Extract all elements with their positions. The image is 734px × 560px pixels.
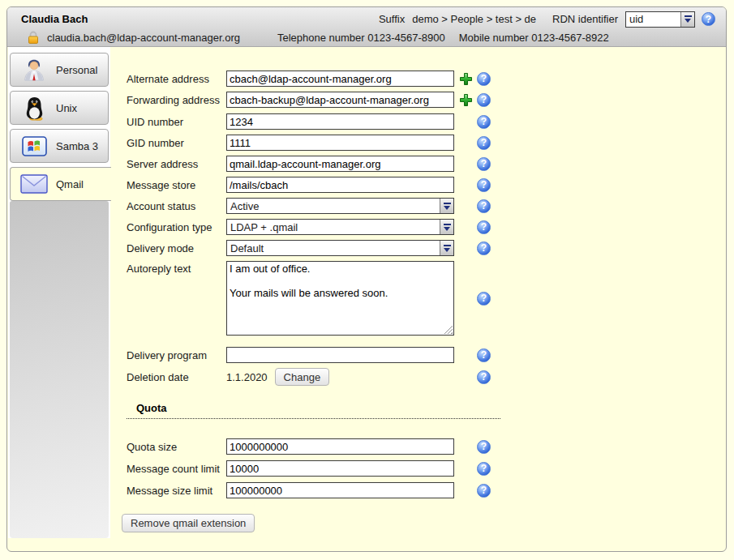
account-email: claudia.bach@ldap-account-manager.org bbox=[47, 32, 240, 44]
field-label: Forwarding address bbox=[127, 94, 226, 106]
module-tab-sidebar: Personal Unix bbox=[8, 47, 110, 538]
chevron-down-icon[interactable] bbox=[440, 199, 453, 213]
autoreply-textarea[interactable]: I am out of office. Your mails will be a… bbox=[226, 261, 454, 336]
form-row-quota-size: Quota size bbox=[127, 438, 500, 455]
tab-label: Samba 3 bbox=[56, 140, 98, 152]
change-button[interactable]: Change bbox=[275, 368, 330, 386]
quota-section-title: Quota bbox=[127, 391, 500, 419]
form-row-delivery-program: Delivery program bbox=[127, 347, 500, 363]
tab-label: Qmail bbox=[56, 178, 84, 190]
server-address-input[interactable] bbox=[226, 156, 454, 172]
suffix-breadcrumb: demo > People > test > de bbox=[412, 13, 536, 25]
page-title: Claudia Bach bbox=[21, 13, 88, 25]
help-icon[interactable] bbox=[477, 178, 491, 192]
help-icon[interactable] bbox=[477, 292, 491, 306]
field-label: Delivery mode bbox=[127, 242, 226, 254]
form-row-server-address: Server address bbox=[127, 156, 500, 172]
delivery-program-input[interactable] bbox=[226, 347, 454, 363]
plus-icon bbox=[459, 72, 473, 86]
tab-label: Personal bbox=[56, 64, 97, 76]
field-label: Message store bbox=[127, 179, 226, 191]
account-status-value: Active bbox=[227, 200, 440, 212]
form-row-account-status: Account status Active bbox=[127, 198, 500, 214]
help-icon[interactable] bbox=[477, 484, 491, 498]
help-icon[interactable] bbox=[477, 136, 491, 150]
mobile-number: Mobile number 0123-4567-8922 bbox=[459, 32, 609, 44]
gid-number-input[interactable] bbox=[226, 135, 454, 151]
form-row-message-store: Message store bbox=[127, 177, 500, 193]
lock-icon bbox=[27, 30, 40, 45]
header-bar: Claudia Bach Suffix demo > People > test… bbox=[7, 7, 726, 47]
help-icon[interactable] bbox=[477, 220, 491, 234]
form-row-gid-number: GID number bbox=[127, 135, 500, 151]
configuration-type-value: LDAP + .qmail bbox=[227, 221, 440, 233]
form-row-deletion-date: Deletion date 1.1.2020 Change bbox=[127, 368, 500, 386]
envelope-icon bbox=[19, 174, 49, 194]
field-label: GID number bbox=[127, 137, 226, 149]
alternate-address-input[interactable] bbox=[226, 71, 454, 87]
form-row-message-count-limit: Message count limit bbox=[127, 460, 500, 477]
field-label: Alternate address bbox=[127, 73, 226, 85]
qmail-form: Alternate address Forwarding address UID… bbox=[127, 71, 500, 532]
delivery-mode-value: Default bbox=[227, 242, 440, 254]
tux-icon bbox=[19, 96, 49, 121]
form-row-alternate-address: Alternate address bbox=[127, 71, 500, 87]
form-row-message-size-limit: Message size limit bbox=[127, 482, 500, 498]
tab-unix[interactable]: Unix bbox=[10, 91, 109, 125]
chevron-down-icon[interactable] bbox=[440, 241, 453, 255]
suffix-label: Suffix bbox=[379, 13, 405, 25]
form-row-uid-number: UID number bbox=[127, 113, 500, 130]
help-icon[interactable] bbox=[477, 157, 491, 171]
form-row-forwarding-address: Forwarding address bbox=[127, 92, 500, 108]
configuration-type-select[interactable]: LDAP + .qmail bbox=[226, 219, 454, 235]
tab-personal[interactable]: Personal bbox=[10, 53, 109, 87]
help-icon[interactable] bbox=[477, 93, 491, 107]
deletion-date-value: 1.1.2020 bbox=[226, 371, 268, 383]
message-store-input[interactable] bbox=[226, 177, 454, 193]
delivery-mode-select[interactable]: Default bbox=[226, 240, 454, 256]
add-forwarding-address-button[interactable] bbox=[454, 93, 477, 107]
field-label: Message count limit bbox=[127, 463, 226, 475]
help-icon[interactable] bbox=[477, 440, 491, 454]
field-label: Deletion date bbox=[127, 371, 226, 383]
message-size-limit-input[interactable] bbox=[226, 482, 454, 498]
forwarding-address-input[interactable] bbox=[226, 92, 454, 108]
rdn-identifier-select[interactable]: uid bbox=[625, 11, 695, 28]
plus-icon bbox=[459, 93, 473, 107]
help-icon[interactable] bbox=[477, 348, 491, 362]
tab-samba3[interactable]: Samba 3 bbox=[10, 129, 109, 163]
add-alternate-address-button[interactable] bbox=[454, 72, 477, 86]
form-row-delivery-mode: Delivery mode Default bbox=[127, 240, 500, 256]
uid-number-input[interactable] bbox=[226, 113, 454, 130]
help-icon[interactable] bbox=[477, 199, 491, 213]
help-icon[interactable] bbox=[477, 115, 491, 129]
help-icon[interactable] bbox=[477, 370, 491, 384]
account-editor-window: Claudia Bach Suffix demo > People > test… bbox=[6, 6, 727, 552]
field-label: Message size limit bbox=[127, 485, 226, 497]
help-icon[interactable] bbox=[477, 72, 491, 86]
account-status-select[interactable]: Active bbox=[226, 198, 454, 214]
person-icon bbox=[19, 58, 49, 82]
quota-size-input[interactable] bbox=[226, 438, 454, 455]
windows-icon bbox=[19, 136, 49, 156]
form-row-configuration-type: Configuration type LDAP + .qmail bbox=[127, 219, 500, 235]
chevron-down-icon[interactable] bbox=[440, 220, 453, 234]
help-icon[interactable] bbox=[477, 242, 491, 255]
chevron-down-icon[interactable] bbox=[680, 12, 694, 27]
rdn-identifier-label: RDN identifier bbox=[552, 13, 618, 25]
help-icon[interactable] bbox=[702, 12, 715, 26]
field-label: Server address bbox=[127, 158, 226, 170]
form-row-autoreply-text: Autoreply text I am out of office. Your … bbox=[127, 261, 500, 336]
telephone-number: Telephone number 0123-4567-8900 bbox=[277, 32, 445, 44]
help-icon[interactable] bbox=[477, 462, 491, 476]
header-row-top: Claudia Bach Suffix demo > People > test… bbox=[7, 7, 726, 28]
header-row-bottom: claudia.bach@ldap-account-manager.org Te… bbox=[7, 28, 726, 46]
field-label: UID number bbox=[127, 116, 226, 128]
field-label: Account status bbox=[127, 200, 226, 212]
sidebar-filler bbox=[10, 201, 109, 538]
field-label: Configuration type bbox=[127, 221, 226, 233]
tab-qmail[interactable]: Qmail bbox=[10, 167, 111, 201]
tab-label: Unix bbox=[56, 102, 77, 114]
remove-qmail-extension-button[interactable]: Remove qmail extension bbox=[122, 514, 255, 532]
message-count-limit-input[interactable] bbox=[226, 460, 454, 477]
